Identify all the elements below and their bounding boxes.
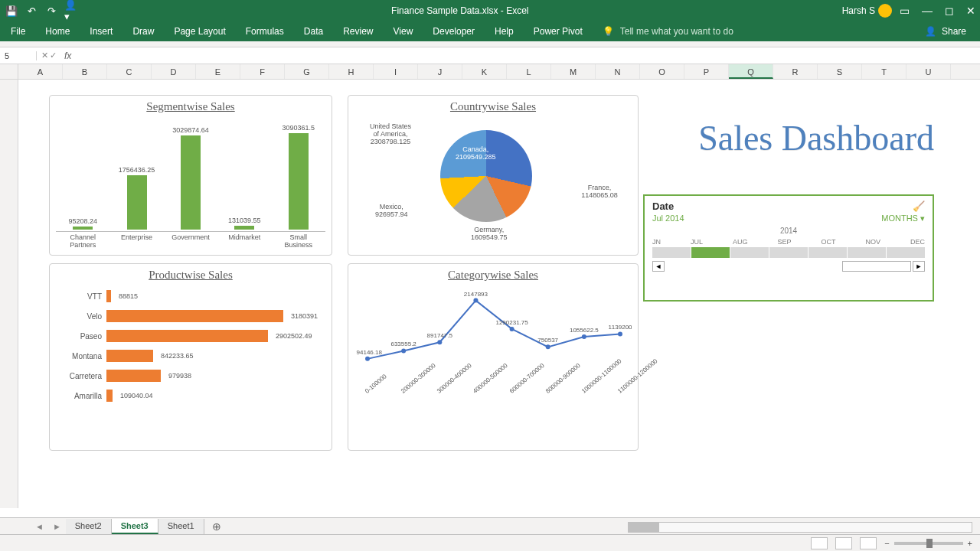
tab-help[interactable]: Help	[492, 23, 517, 40]
column-header-L[interactable]: L	[507, 64, 551, 79]
normal-view-button[interactable]	[811, 537, 828, 549]
svg-text:2147893: 2147893	[464, 291, 488, 298]
pie-slices	[440, 130, 532, 222]
formula-bar[interactable]	[74, 51, 980, 60]
column-header-N[interactable]: N	[596, 64, 640, 79]
tab-file[interactable]: File	[8, 23, 28, 40]
maximize-icon[interactable]: ◻	[945, 5, 954, 17]
sheet-tab-sheet3[interactable]: Sheet3	[112, 519, 158, 534]
sheet-nav-next[interactable]: ►	[48, 522, 66, 531]
panel-categorywise[interactable]: Categorywise Sales 394146.18633555.28917…	[348, 263, 639, 451]
enter-formula-icon[interactable]: ✓	[50, 51, 57, 60]
column-header-B[interactable]: B	[63, 64, 107, 79]
tab-page-layout[interactable]: Page Layout	[171, 23, 228, 40]
tab-home[interactable]: Home	[42, 23, 73, 40]
worksheet-grid[interactable]: Sales Dashboard Segmentwise Sales 95208.…	[0, 80, 980, 508]
sheet-tab-sheet1[interactable]: Sheet1	[158, 519, 204, 534]
column-header-F[interactable]: F	[240, 64, 285, 79]
panel-segmentwise[interactable]: Segmentwise Sales 95208.241756436.253029…	[49, 95, 332, 256]
hbar-chart: VTT88815Velo3180391Paseo2902502.49Montan…	[50, 283, 332, 409]
column-header-S[interactable]: S	[818, 64, 862, 79]
select-all-triangle[interactable]	[0, 64, 18, 79]
tab-insert[interactable]: Insert	[87, 23, 116, 40]
slicer-month-labels: JNJULAUGSEPOCTNOVDEC	[652, 238, 925, 246]
ribbon-tabs: File Home Insert Draw Page Layout Formul…	[0, 21, 980, 41]
slicer-unit[interactable]: MONTHS ▾	[881, 214, 925, 223]
column-header-K[interactable]: K	[462, 64, 507, 79]
slicer-next-button[interactable]: ►	[913, 261, 925, 272]
panel-productwise[interactable]: Productwise Sales VTT88815Velo3180391Pas…	[49, 263, 332, 451]
zoom-out-icon[interactable]: −	[884, 539, 889, 548]
panel-title: Categorywise Sales	[348, 264, 638, 283]
column-header-O[interactable]: O	[640, 64, 684, 79]
share-button[interactable]: 👤 Share	[922, 23, 972, 40]
svg-text:891747.5: 891747.5	[427, 332, 453, 339]
column-header-D[interactable]: D	[152, 64, 196, 79]
panel-countrywise[interactable]: Countrywise Sales United Statesof Americ…	[348, 95, 639, 256]
column-header-E[interactable]: E	[196, 64, 240, 79]
new-sheet-button[interactable]: ⊕	[204, 520, 229, 533]
ribbon-options-icon[interactable]: ▭	[900, 5, 910, 17]
save-icon[interactable]: 💾	[5, 4, 18, 18]
redo-icon[interactable]: ↷	[44, 4, 58, 18]
minimize-icon[interactable]: —	[922, 5, 933, 17]
column-header-J[interactable]: J	[418, 64, 462, 79]
svg-text:750537: 750537	[537, 337, 558, 344]
column-header-R[interactable]: R	[773, 64, 818, 79]
slicer-period: Jul 2014	[652, 214, 684, 223]
tab-formulas[interactable]: Formulas	[243, 23, 287, 40]
undo-icon[interactable]: ↶	[24, 4, 38, 18]
column-header-M[interactable]: M	[551, 64, 596, 79]
svg-text:1290231.75: 1290231.75	[495, 319, 528, 326]
svg-point-13	[582, 334, 586, 339]
svg-point-15	[618, 331, 622, 336]
column-header-I[interactable]: I	[374, 64, 418, 79]
name-box[interactable]: 5	[0, 51, 37, 60]
page-break-view-button[interactable]	[860, 537, 877, 549]
close-icon[interactable]: ✕	[966, 5, 975, 17]
column-header-T[interactable]: T	[862, 64, 906, 79]
timeline-slicer[interactable]: Date 🧹 Jul 2014 MONTHS ▾ 2014 JNJULAUGSE…	[643, 194, 934, 302]
pie-label-germany: Germany,1609549.75	[471, 226, 508, 241]
horizontal-scrollbar[interactable]	[628, 522, 972, 533]
title-bar: 💾 ↶ ↷ 👤▾ Finance Sample Data.xlsx - Exce…	[0, 0, 980, 21]
panel-title: Segmentwise Sales	[50, 96, 332, 115]
tab-developer[interactable]: Developer	[430, 23, 478, 40]
slicer-prev-button[interactable]: ◄	[652, 261, 665, 272]
column-header-P[interactable]: P	[684, 64, 729, 79]
column-headers: ABCDEFGHIJKLMNOPQRSTU	[0, 64, 980, 80]
tab-view[interactable]: View	[390, 23, 416, 40]
tab-draw[interactable]: Draw	[129, 23, 157, 40]
column-header-U[interactable]: U	[906, 64, 951, 79]
zoom-in-icon[interactable]: +	[968, 539, 972, 548]
svg-point-1	[365, 357, 370, 361]
window-controls: ▭ — ◻ ✕	[900, 5, 975, 17]
row-headers[interactable]	[0, 80, 18, 508]
tab-review[interactable]: Review	[340, 23, 376, 40]
bar-chart-axis: Channel PartnersEnterpriseGovernmentMidm…	[56, 231, 325, 249]
clear-filter-icon[interactable]: 🧹	[913, 201, 925, 212]
slicer-track[interactable]	[652, 247, 925, 258]
column-header-Q[interactable]: Q	[729, 64, 773, 79]
sheet-tab-sheet2[interactable]: Sheet2	[66, 519, 112, 534]
column-header-A[interactable]: A	[18, 64, 63, 79]
user-icon[interactable]: 👤▾	[64, 4, 78, 18]
slicer-scroll-box[interactable]	[842, 261, 911, 272]
column-header-C[interactable]: C	[107, 64, 152, 79]
slicer-title: Date	[652, 201, 674, 212]
tell-me[interactable]: 💡 Tell me what you want to do	[599, 20, 740, 43]
column-header-G[interactable]: G	[285, 64, 329, 79]
page-layout-view-button[interactable]	[835, 537, 852, 549]
column-header-H[interactable]: H	[329, 64, 374, 79]
fx-icon[interactable]: fx	[61, 51, 74, 61]
tab-data[interactable]: Data	[301, 23, 326, 40]
zoom-control[interactable]: − +	[884, 539, 972, 548]
sheet-nav-prev[interactable]: ◄	[31, 522, 48, 531]
cancel-formula-icon[interactable]: ✕	[41, 51, 48, 60]
account-name[interactable]: Harsh S	[842, 4, 892, 18]
tab-power-pivot[interactable]: Power Pivot	[531, 23, 586, 40]
status-bar: − +	[0, 534, 980, 551]
avatar-icon	[878, 4, 892, 18]
pie-label-usa: United Statesof America,2308798.125	[356, 122, 425, 145]
slicer-year: 2014	[652, 227, 925, 235]
